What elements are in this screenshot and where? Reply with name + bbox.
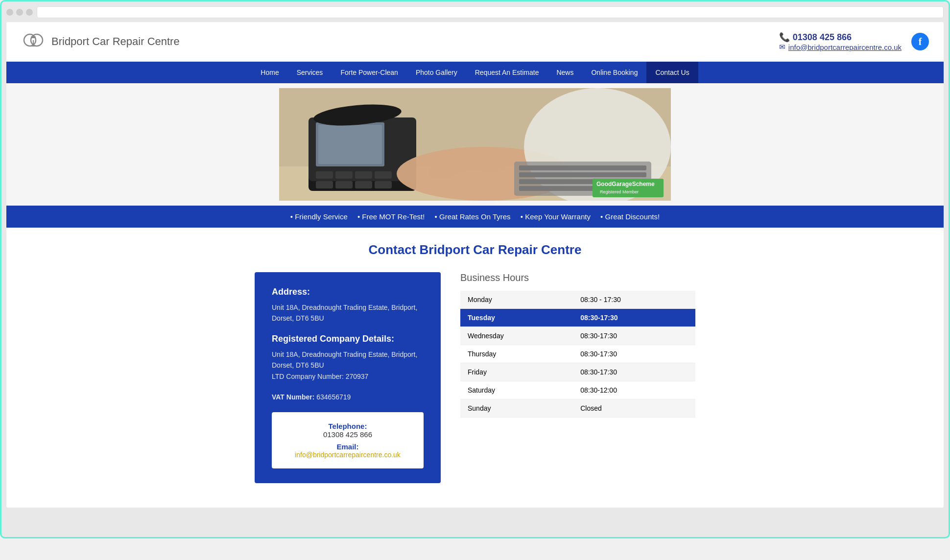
hours-row: Tuesday 08:30-17:30 xyxy=(460,309,695,327)
banner-item-4: • Keep Your Warranty xyxy=(521,212,591,221)
svg-rect-16 xyxy=(335,181,353,188)
email-value-card: info@bridportcarrepaircentre.co.uk xyxy=(282,451,414,459)
hours-time: 08:30-17:30 xyxy=(573,327,695,345)
browser-titlebar xyxy=(6,6,944,18)
svg-rect-14 xyxy=(375,171,392,179)
hero-svg: GoodGarageScheme Registered Member xyxy=(279,88,671,201)
vat-line: VAT Number: 634656719 xyxy=(272,392,424,402)
svg-rect-13 xyxy=(355,171,372,179)
svg-rect-11 xyxy=(316,171,333,179)
hours-row: Saturday 08:30-12:00 xyxy=(460,381,695,399)
svg-point-1 xyxy=(31,34,43,46)
contact-box: Telephone: 01308 425 866 Email: info@bri… xyxy=(272,412,424,468)
hero-image: GoodGarageScheme Registered Member xyxy=(279,88,671,201)
hours-time: 08:30-17:30 xyxy=(573,345,695,363)
hours-table: Monday 08:30 - 17:30 Tuesday 08:30-17:30… xyxy=(460,291,695,418)
hours-day: Tuesday xyxy=(460,309,573,327)
phone-line: 📞 01308 425 866 xyxy=(779,32,902,43)
main-content: Contact Bridport Car Repair Centre Addre… xyxy=(6,228,944,508)
banner-item-3: • Great Rates On Tyres xyxy=(435,212,511,221)
hours-time: 08:30-12:00 xyxy=(573,381,695,399)
main-nav: Home Services Forte Power-Clean Photo Ga… xyxy=(6,62,944,83)
banner-item-5: • Great Discounts! xyxy=(600,212,660,221)
hours-day: Sunday xyxy=(460,399,573,418)
vat-value: 634656719 xyxy=(316,393,351,401)
banner-strip: • Friendly Service • Free MOT Re-Test! •… xyxy=(6,206,944,228)
reg-addr: Unit 18A, Dreadnought Trading Estate, Br… xyxy=(272,350,417,369)
nav-forte[interactable]: Forte Power-Clean xyxy=(332,62,407,83)
contact-title: Contact Bridport Car Repair Centre xyxy=(36,242,914,257)
nav-gallery[interactable]: Photo Gallery xyxy=(407,62,466,83)
hours-time: 08:30-17:30 xyxy=(573,309,695,327)
hours-time: 08:30-17:30 xyxy=(573,363,695,381)
banner-item-2: • Free MOT Re-Test! xyxy=(357,212,425,221)
hours-day: Wednesday xyxy=(460,327,573,345)
logo-icon xyxy=(21,29,46,54)
hours-title: Business Hours xyxy=(460,272,695,283)
svg-rect-2 xyxy=(31,36,36,38)
contact-info: 📞 01308 425 866 ✉ info@bridportcarrepair… xyxy=(779,32,902,51)
logo-text: Bridport Car Repair Centre xyxy=(51,35,180,48)
dot-maximize[interactable] xyxy=(26,9,33,16)
svg-rect-18 xyxy=(375,181,392,188)
address-value: Unit 18A, Dreadnought Trading Estate, Br… xyxy=(272,302,424,324)
nav-booking[interactable]: Online Booking xyxy=(582,62,646,83)
email-icon: ✉ xyxy=(779,43,785,51)
email-line: ✉ info@bridportcarrepaircentre.co.uk xyxy=(779,43,902,51)
hero-section: GoodGarageScheme Registered Member xyxy=(6,83,944,206)
phone-icon: 📞 xyxy=(779,32,790,43)
contact-layout: Address: Unit 18A, Dreadnought Trading E… xyxy=(255,272,695,483)
banner-item-1: • Friendly Service xyxy=(290,212,348,221)
svg-text:Registered Member: Registered Member xyxy=(600,189,639,194)
site-wrapper: Bridport Car Repair Centre 📞 01308 425 8… xyxy=(6,22,944,508)
svg-rect-15 xyxy=(316,181,333,188)
nav-estimate[interactable]: Request An Estimate xyxy=(466,62,548,83)
hours-day: Thursday xyxy=(460,345,573,363)
telephone-label: Telephone: xyxy=(282,422,414,430)
address-label: Address: xyxy=(272,287,424,297)
nav-contact[interactable]: Contact Us xyxy=(646,62,698,83)
hours-day: Friday xyxy=(460,363,573,381)
header-right: 📞 01308 425 866 ✉ info@bridportcarrepair… xyxy=(779,32,929,51)
logo-area: Bridport Car Repair Centre xyxy=(21,29,180,54)
nav-news[interactable]: News xyxy=(547,62,582,83)
hours-row: Sunday Closed xyxy=(460,399,695,418)
telephone-value: 01308 425 866 xyxy=(282,430,414,439)
dot-minimize[interactable] xyxy=(16,9,23,16)
svg-text:GoodGarageScheme: GoodGarageScheme xyxy=(596,181,655,187)
site-header: Bridport Car Repair Centre 📞 01308 425 8… xyxy=(6,22,944,62)
hours-row: Wednesday 08:30-17:30 xyxy=(460,327,695,345)
dot-close[interactable] xyxy=(6,9,13,16)
svg-rect-12 xyxy=(335,171,353,179)
hours-row: Friday 08:30-17:30 xyxy=(460,363,695,381)
vat-label: VAT Number: xyxy=(272,393,314,401)
hours-day: Saturday xyxy=(460,381,573,399)
url-bar[interactable] xyxy=(37,6,944,18)
nav-home[interactable]: Home xyxy=(252,62,287,83)
phone-number[interactable]: 01308 425 866 xyxy=(793,32,852,43)
email-link[interactable]: info@bridportcarrepaircentre.co.uk xyxy=(788,43,902,51)
hours-section: Business Hours Monday 08:30 - 17:30 Tues… xyxy=(460,272,695,483)
registered-address: Unit 18A, Dreadnought Trading Estate, Br… xyxy=(272,349,424,382)
hours-time: Closed xyxy=(573,399,695,418)
hours-row: Thursday 08:30-17:30 xyxy=(460,345,695,363)
svg-rect-17 xyxy=(355,181,372,188)
hours-time: 08:30 - 17:30 xyxy=(573,291,695,309)
nav-services[interactable]: Services xyxy=(288,62,332,83)
hours-row: Monday 08:30 - 17:30 xyxy=(460,291,695,309)
svg-rect-27 xyxy=(519,165,646,170)
browser-dots xyxy=(6,9,33,16)
svg-rect-28 xyxy=(519,172,646,177)
facebook-icon[interactable]: f xyxy=(911,33,929,50)
svg-rect-10 xyxy=(318,125,382,164)
registered-label: Registered Company Details: xyxy=(272,334,424,344)
company-number: LTD Company Number: 270937 xyxy=(272,373,368,380)
address-card: Address: Unit 18A, Dreadnought Trading E… xyxy=(255,272,441,483)
hours-day: Monday xyxy=(460,291,573,309)
svg-point-0 xyxy=(24,34,36,46)
email-label-card: Email: xyxy=(282,443,414,451)
